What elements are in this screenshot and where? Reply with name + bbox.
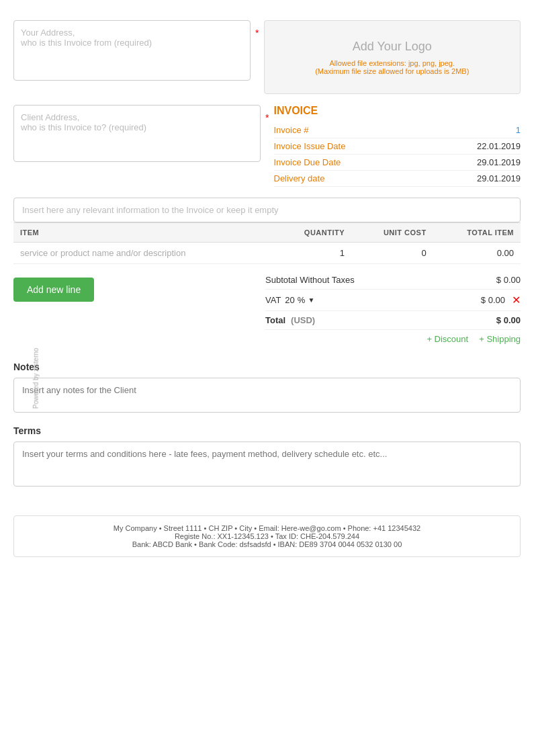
logo-upload-box[interactable]: Add Your Logo Allowed file extensions: j… [264,20,521,94]
invoice-title: INVOICE [274,105,521,117]
items-table: ITEM QUANTITY UNIT COST TOTAL ITEM servi… [13,222,521,264]
invoice-field-row: Delivery date 29.01.2019 [274,171,521,187]
terms-section: Terms [13,425,521,489]
col-item: ITEM [13,223,273,243]
total-value: $ 0.00 [496,315,521,325]
col-total-item: TOTAL ITEM [433,223,521,243]
vat-value: $ 0.00 [481,295,505,305]
address-placeholder-line1: Your Address, [21,28,75,38]
address-placeholder-line2: who is this Invoice from (required) [21,38,152,48]
vat-label: VAT [265,295,281,305]
col-quantity: QUANTITY [273,223,351,243]
vat-row: VAT 20 % ▼ $ 0.00 ✕ [265,290,521,311]
item-total: 0.00 [433,243,521,264]
your-address-box[interactable]: Your Address, who is this Invoice from (… [13,20,251,81]
logo-title: Add Your Logo [353,40,432,54]
invoice-details: INVOICE Invoice # 1 Invoice Issue Date 2… [274,105,521,187]
invoice-field-row: Invoice # 1 [274,122,521,138]
info-bar-placeholder: Insert here any relevant information to … [22,205,279,215]
invoice-field-label: Delivery date [274,173,325,183]
terms-title: Terms [13,425,521,436]
vat-symbol: % [298,295,306,305]
total-currency: (USD) [291,315,315,325]
invoice-field-value[interactable]: 1 [516,125,521,135]
terms-input[interactable] [13,442,521,487]
invoice-field-label: Invoice Issue Date [274,141,346,151]
invoice-info-bar[interactable]: Insert here any relevant information to … [13,198,521,222]
notes-input[interactable] [13,378,521,413]
invoice-field-label: Invoice Due Date [274,157,341,167]
right-bottom: Subtotal Without Taxes $ 0.00 VAT 20 % ▼… [265,271,521,348]
total-label: Total [265,315,285,325]
shipping-link[interactable]: + Shipping [479,334,521,344]
logo-note: Allowed file extensions: jpg, png, jpeg.… [315,59,469,75]
footer-line2: Registe No.: XX1-12345.123 • Tax ID: CHE… [22,532,512,540]
vat-delete-icon[interactable]: ✕ [512,294,521,306]
client-placeholder-line1: Client Address, [21,112,79,122]
invoice-field-value: 22.01.2019 [477,141,521,151]
subtotal-row: Subtotal Without Taxes $ 0.00 [265,271,521,290]
vat-chevron-icon[interactable]: ▼ [308,296,314,304]
add-new-line-button[interactable]: Add new line [13,278,94,302]
item-unit-cost[interactable]: 0 [351,243,433,264]
col-unit-cost: UNIT COST [351,223,433,243]
invoice-field-value: 29.01.2019 [477,157,521,167]
footer-line3: Bank: ABCD Bank • Bank Code: dsfsadsfd •… [22,540,512,548]
left-bottom: Add new line [13,271,265,348]
invoice-field-label: Invoice # [274,125,309,135]
discount-link[interactable]: + Discount [427,334,468,344]
notes-title: Notes [13,362,521,372]
client-placeholder-line2: who is this Invoice to? (required) [21,122,146,132]
vat-percent-value: 20 [285,295,294,305]
subtotal-label: Subtotal Without Taxes [265,275,355,285]
item-quantity[interactable]: 1 [273,243,351,264]
subtotal-value: $ 0.00 [496,275,521,285]
powered-label: Powered by zisterno [32,347,40,409]
notes-section: Notes [13,362,521,415]
client-required-star: * [265,112,269,123]
address-required-star: * [255,28,259,38]
footer: My Company • Street 1111 • CH ZIP • City… [13,515,521,557]
invoice-field-row: Invoice Due Date 29.01.2019 [274,155,521,171]
invoice-field-row: Invoice Issue Date 22.01.2019 [274,138,521,155]
discount-shipping-row: + Discount + Shipping [265,330,521,348]
item-name[interactable]: service or product name and/or descripti… [13,243,273,264]
footer-line1: My Company • Street 1111 • CH ZIP • City… [22,524,512,532]
vat-percent-box[interactable]: 20 % ▼ [285,295,314,305]
invoice-field-value: 29.01.2019 [477,173,521,183]
total-row: Total (USD) $ 0.00 [265,311,521,330]
client-address-box[interactable]: Client Address, who is this Invoice to? … [13,105,261,162]
table-row: service or product name and/or descripti… [13,243,521,264]
